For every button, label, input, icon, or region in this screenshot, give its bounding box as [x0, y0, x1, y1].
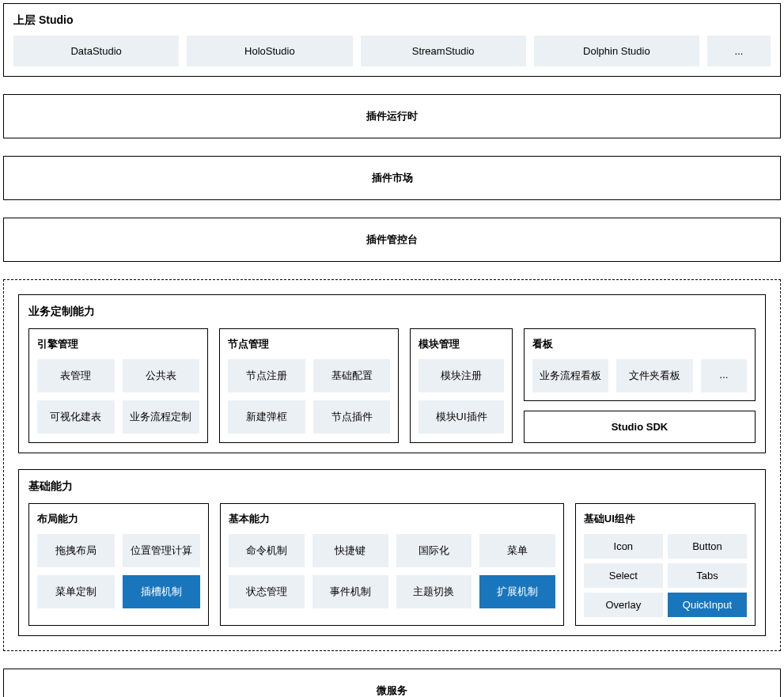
engine-item: 公共表 — [123, 359, 200, 392]
studio-item: DataStudio — [13, 36, 179, 66]
basic-item: 菜单 — [479, 534, 555, 567]
studio-item: HoloStudio — [187, 36, 352, 66]
studio-sdk-box: Studio SDK — [524, 411, 756, 443]
layout-item-highlight: 插槽机制 — [123, 575, 200, 608]
kanban-sdk-col: 看板 业务流程看板 文件夹看板 ... Studio SDK — [524, 328, 756, 443]
node-item: 节点插件 — [313, 400, 391, 434]
engine-item: 业务流程定制 — [123, 400, 200, 434]
ui-item-highlight: QuickInput — [668, 593, 747, 617]
node-item: 节点注册 — [228, 359, 305, 392]
engine-group: 引擎管理 表管理 公共表 可视化建表 业务流程定制 — [28, 328, 208, 443]
basic-item: 主题切换 — [396, 575, 472, 608]
layout-item: 菜单定制 — [37, 575, 115, 608]
module-group: 模块管理 模块注册 模块UI插件 — [410, 328, 512, 443]
module-item: 模块注册 — [419, 359, 503, 392]
basic-group: 基本能力 命令机制 快捷键 国际化 菜单 状态管理 事件机制 主题切换 扩展机制 — [220, 503, 564, 626]
top-studio-row: DataStudio HoloStudio StreamStudio Dolph… — [13, 36, 771, 66]
microservice-layer: 微服务 — [3, 669, 781, 697]
engine-item: 可视化建表 — [37, 400, 115, 434]
layout-group: 布局能力 拖拽布局 位置管理计算 菜单定制 插槽机制 — [28, 503, 209, 626]
ui-group: 基础UI组件 Icon Button Select Tabs Overlay Q… — [575, 503, 756, 626]
basic-item: 命令机制 — [229, 534, 305, 567]
kanban-item-more: ... — [701, 359, 747, 392]
basic-item-highlight: 扩展机制 — [479, 575, 555, 608]
base-ability-cols: 布局能力 拖拽布局 位置管理计算 菜单定制 插槽机制 基本能力 命令机制 快捷键… — [28, 503, 756, 626]
kanban-item: 文件夹看板 — [616, 359, 693, 392]
studio-item-more: ... — [707, 36, 771, 66]
biz-custom-cols: 引擎管理 表管理 公共表 可视化建表 业务流程定制 节点管理 节点注册 基础配置… — [28, 328, 756, 443]
ui-item: Tabs — [668, 563, 747, 588]
studio-item: StreamStudio — [361, 36, 526, 66]
layout-item: 拖拽布局 — [37, 534, 115, 567]
ui-item: Button — [668, 534, 747, 559]
node-title: 节点管理 — [228, 337, 390, 351]
kanban-title: 看板 — [532, 337, 747, 351]
kanban-group: 看板 业务流程看板 文件夹看板 ... — [524, 328, 756, 401]
biz-custom-title: 业务定制能力 — [28, 305, 756, 319]
module-title: 模块管理 — [419, 337, 503, 351]
layout-title: 布局能力 — [37, 512, 200, 526]
node-group: 节点管理 节点注册 基础配置 新建弹框 节点插件 — [219, 328, 399, 443]
plugin-console-layer: 插件管控台 — [3, 218, 781, 262]
capability-container: 业务定制能力 引擎管理 表管理 公共表 可视化建表 业务流程定制 节点管理 节点… — [3, 279, 781, 651]
node-item: 基础配置 — [313, 359, 391, 392]
basic-item: 快捷键 — [312, 534, 388, 567]
ui-item: Select — [584, 563, 663, 588]
base-ability-group: 基础能力 布局能力 拖拽布局 位置管理计算 菜单定制 插槽机制 基本能力 命令机… — [18, 469, 766, 636]
biz-custom-group: 业务定制能力 引擎管理 表管理 公共表 可视化建表 业务流程定制 节点管理 节点… — [18, 294, 766, 453]
base-ability-title: 基础能力 — [28, 479, 756, 494]
ui-item: Overlay — [584, 593, 663, 617]
ui-title: 基础UI组件 — [584, 512, 747, 526]
engine-title: 引擎管理 — [37, 337, 199, 351]
node-item: 新建弹框 — [228, 400, 305, 434]
top-studio-layer: 上层 Studio DataStudio HoloStudio StreamSt… — [3, 3, 781, 77]
studio-item: Dolphin Studio — [534, 36, 699, 66]
layout-item: 位置管理计算 — [123, 534, 200, 567]
top-studio-title: 上层 Studio — [13, 13, 771, 28]
ui-item: Icon — [584, 534, 663, 559]
module-item: 模块UI插件 — [419, 400, 503, 434]
basic-item: 国际化 — [396, 534, 472, 567]
plugin-market-layer: 插件市场 — [3, 156, 781, 200]
plugin-runtime-layer: 插件运行时 — [3, 94, 781, 138]
basic-item: 状态管理 — [229, 575, 305, 608]
engine-item: 表管理 — [37, 359, 115, 392]
kanban-item: 业务流程看板 — [532, 359, 609, 392]
basic-title: 基本能力 — [229, 512, 555, 526]
basic-item: 事件机制 — [312, 575, 388, 608]
